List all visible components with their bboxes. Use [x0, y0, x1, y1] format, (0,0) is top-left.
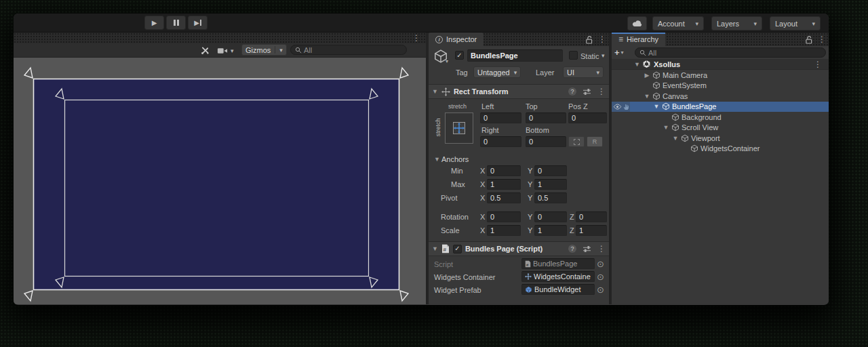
scale-z-field[interactable]: 1 — [576, 225, 607, 236]
left-field[interactable]: 0 — [480, 113, 521, 123]
foldout-open-icon[interactable]: ▼ — [661, 124, 671, 131]
lock-icon[interactable] — [805, 35, 812, 44]
posz-field[interactable]: 0 — [568, 113, 607, 123]
component-menu-icon[interactable]: ⋮ — [597, 245, 606, 253]
tree-item-main-camera[interactable]: ▶ Main Camera — [612, 70, 829, 81]
presets-icon[interactable] — [583, 88, 591, 96]
rect-transform-title: Rect Transform — [454, 87, 509, 96]
scene-tabstrip[interactable]: ⋮ — [14, 33, 426, 43]
hierarchy-menu-icon[interactable]: ⋮ — [818, 35, 826, 43]
anchor-min-y-field[interactable]: 0 — [534, 165, 567, 176]
tree-item-label: Canvas — [663, 92, 688, 100]
scene-header-row[interactable]: ▼ Xsollus ⋮ — [612, 59, 829, 70]
lock-icon[interactable] — [585, 35, 593, 44]
tree-item-bundlespage-selected[interactable]: ▼ BundlesPage — [612, 102, 829, 113]
static-checkbox[interactable] — [569, 51, 578, 60]
check-icon: ✓ — [456, 52, 462, 59]
tree-item-widgetscontainer[interactable]: WidgetsContainer — [612, 144, 829, 155]
help-icon[interactable]: ? — [568, 87, 576, 96]
foldout-open-icon[interactable]: ▼ — [652, 103, 661, 110]
anchor-max-y-field[interactable]: 1 — [534, 179, 567, 190]
foldout-icon[interactable]: ▼ — [432, 88, 438, 95]
account-label: Account — [658, 20, 685, 28]
rotation-x-field[interactable]: 0 — [487, 211, 521, 222]
raw-edit-mode-button[interactable]: R — [587, 136, 603, 147]
pivot-y-field[interactable]: 0.5 — [534, 192, 567, 203]
layer-dropdown[interactable]: UI ▾ — [563, 66, 604, 78]
playmode-controls: ▶ ▶ — [144, 16, 208, 30]
foldout-closed-icon[interactable]: ▶ — [642, 72, 652, 79]
scale-x-field[interactable]: 1 — [487, 225, 521, 236]
gizmos-dropdown[interactable]: Gizmos ▾ — [241, 44, 287, 56]
object-picker-icon[interactable]: ⊙ — [597, 285, 604, 294]
account-dropdown[interactable]: Account ▾ — [652, 16, 704, 30]
anchors-foldout-icon[interactable]: ▼ — [434, 156, 440, 163]
hierarchy-tab-label: Hierarchy — [627, 35, 658, 43]
scale-y-field[interactable]: 1 — [534, 225, 567, 236]
widgets-container-object-field[interactable]: WidgetsContaine ⊙ — [521, 271, 604, 282]
tree-item-eventsystem[interactable]: EventSystem — [612, 81, 829, 91]
inspector-menu-icon[interactable]: ⋮ — [598, 35, 606, 43]
camera-dropdown-icon[interactable]: ▾ — [231, 47, 234, 54]
right-field[interactable]: 0 — [480, 136, 521, 147]
anchor-min-x-field[interactable]: 0 — [487, 165, 521, 176]
foldout-open-icon[interactable]: ▼ — [671, 135, 680, 142]
presets-icon[interactable] — [583, 245, 591, 253]
cloud-services-button[interactable] — [627, 16, 647, 30]
tree-item-scroll-view[interactable]: ▼ Scroll View — [612, 123, 829, 134]
hierarchy-search-input[interactable]: All — [635, 47, 826, 58]
script-file-icon: # — [525, 260, 531, 268]
scene-menu-icon[interactable]: ⋮ — [412, 34, 420, 42]
play-button[interactable]: ▶ — [144, 16, 164, 30]
rotation-y-field[interactable]: 0 — [534, 211, 567, 222]
eye-icon[interactable] — [613, 104, 622, 110]
gameobject-name-field[interactable]: BundlesPage — [467, 49, 563, 62]
tab-hierarchy[interactable]: ≡ Hierarchy — [612, 33, 665, 46]
script-object-field[interactable]: # BundlesPage ⊙ — [521, 258, 604, 269]
step-button[interactable]: ▶ — [188, 16, 208, 30]
object-picker-icon[interactable]: ⊙ — [597, 260, 604, 268]
tree-item-viewport[interactable]: ▼ Viewport — [612, 133, 829, 144]
x-label: X — [480, 226, 485, 234]
help-icon[interactable]: ? — [568, 245, 576, 253]
chevron-down-icon: ▾ — [695, 20, 698, 27]
object-picker-icon[interactable]: ⊙ — [597, 272, 604, 281]
create-button[interactable]: + ▾ — [614, 47, 632, 58]
bundles-page-script-header[interactable]: ▼ # ✓ Bundles Page (Script) ? ⋮ — [429, 241, 609, 256]
component-enabled-checkbox[interactable]: ✓ — [453, 245, 462, 253]
component-menu-icon[interactable]: ⋮ — [597, 87, 606, 96]
scene-viewport[interactable] — [14, 58, 426, 304]
layout-dropdown[interactable]: Layout ▾ — [770, 16, 821, 30]
widgets-container-label: Widgets Container — [434, 273, 496, 281]
tree-item-background[interactable]: Background — [612, 112, 829, 123]
foldout-icon[interactable]: ▼ — [432, 245, 438, 252]
stretch-horizontal-label: stretch — [448, 103, 467, 110]
top-field[interactable]: 0 — [526, 113, 566, 123]
tab-inspector[interactable]: i Inspector — [429, 33, 484, 46]
widget-prefab-object-field[interactable]: BundleWidget ⊙ — [521, 284, 604, 295]
foldout-icon[interactable]: ▼ — [634, 61, 642, 68]
blueprint-mode-button[interactable] — [568, 136, 585, 147]
foldout-open-icon[interactable]: ▼ — [642, 93, 652, 100]
y-label: Y — [528, 213, 532, 221]
tools-icon[interactable] — [201, 46, 210, 55]
tag-dropdown[interactable]: Untagged ▾ — [473, 66, 521, 78]
layers-dropdown[interactable]: Layers ▾ — [711, 16, 762, 30]
rect-transform-header[interactable]: ▼ Rect Transform ? ⋮ — [429, 84, 609, 99]
anchor-max-x-field[interactable]: 1 — [487, 179, 521, 190]
scene-menu-icon[interactable]: ⋮ — [814, 60, 822, 68]
scene-camera-icon[interactable] — [217, 47, 228, 54]
z-label: Z — [570, 226, 574, 234]
static-dropdown-icon[interactable]: ▾ — [601, 52, 605, 59]
rotation-z-field[interactable]: 0 — [576, 211, 607, 222]
anchor-preset-widget[interactable] — [445, 113, 473, 144]
scene-search-input[interactable]: All — [290, 45, 407, 55]
tree-item-canvas[interactable]: ▼ Canvas — [612, 91, 829, 102]
gameobject-icon-dropdown[interactable]: ▾ — [446, 58, 448, 64]
main-toolbar: ▶ ▶ Account ▾ Layers ▾ Layout ▾ — [14, 14, 829, 33]
pivot-x-field[interactable]: 0.5 — [487, 192, 521, 203]
active-checkbox[interactable]: ✓ — [455, 51, 464, 60]
bottom-field[interactable]: 0 — [526, 136, 566, 147]
pick-hand-icon[interactable] — [623, 103, 630, 110]
pause-button[interactable] — [166, 16, 186, 30]
